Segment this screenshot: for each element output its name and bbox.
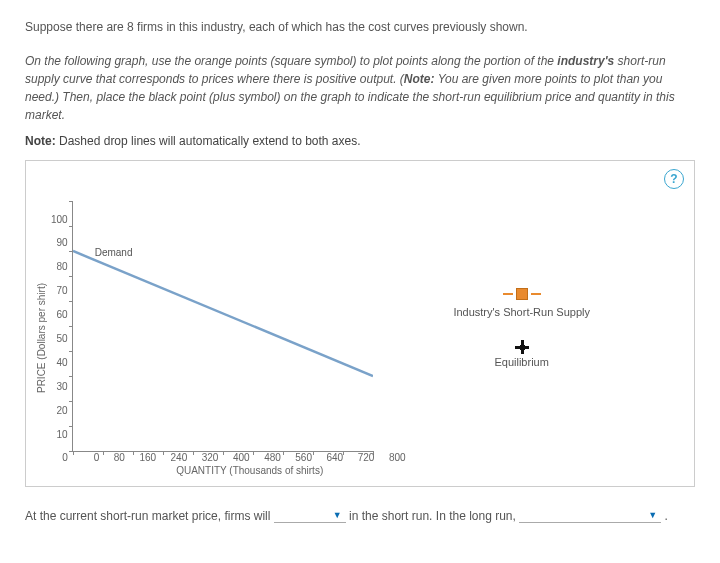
dropdown-long-run[interactable]: ▼ xyxy=(519,510,661,523)
x-tick: 240 xyxy=(171,452,188,463)
help-icon[interactable]: ? xyxy=(664,169,684,189)
y-tick: 40 xyxy=(57,357,68,368)
legend-equilibrium[interactable]: Equilibrium xyxy=(442,340,602,368)
legend-equilibrium-label: Equilibrium xyxy=(494,356,548,368)
legend-supply[interactable]: Industry's Short-Run Supply xyxy=(442,288,602,318)
chevron-down-icon: ▼ xyxy=(333,510,342,520)
y-tick: 100 xyxy=(51,214,68,225)
x-ticks: 080160240320400480560640720800 xyxy=(94,452,406,463)
plus-icon xyxy=(515,340,529,354)
x-tick: 720 xyxy=(358,452,375,463)
x-tick: 160 xyxy=(139,452,156,463)
y-axis-label: PRICE (Dollars per shirt) xyxy=(36,283,47,393)
note-body: Dashed drop lines will automatically ext… xyxy=(56,134,361,148)
instructions-text: On the following graph, use the orange p… xyxy=(25,52,695,124)
graph-container: ? PRICE (Dollars per shirt) 100908070605… xyxy=(25,160,695,487)
y-tick: 60 xyxy=(57,309,68,320)
x-tick: 0 xyxy=(94,452,100,463)
plot-area[interactable]: Demand xyxy=(72,201,373,452)
demand-line xyxy=(73,251,373,376)
question-row: At the current short-run market price, f… xyxy=(25,509,695,523)
plot-row: PRICE (Dollars per shirt) 10090807060504… xyxy=(36,201,684,476)
legend-supply-label: Industry's Short-Run Supply xyxy=(453,306,590,318)
question-part3: . xyxy=(665,509,668,523)
x-tick: 480 xyxy=(264,452,281,463)
dropdown-short-run[interactable]: ▼ xyxy=(274,510,346,523)
graph-legend: Industry's Short-Run Supply Equilibrium xyxy=(412,288,602,390)
y-tick: 90 xyxy=(57,237,68,248)
y-tick: 30 xyxy=(57,381,68,392)
x-tick: 320 xyxy=(202,452,219,463)
x-tick: 400 xyxy=(233,452,250,463)
y-tick: 10 xyxy=(57,429,68,440)
note-text: Note: Dashed drop lines will automatical… xyxy=(25,134,695,148)
y-tick: 20 xyxy=(57,405,68,416)
intro-text: Suppose there are 8 firms in this indust… xyxy=(25,20,695,34)
question-part2: in the short run. In the long run, xyxy=(349,509,519,523)
y-tick: 70 xyxy=(57,285,68,296)
chevron-down-icon: ▼ xyxy=(648,510,657,520)
note-prefix: Note: xyxy=(25,134,56,148)
y-tick: 80 xyxy=(57,261,68,272)
x-tick: 560 xyxy=(295,452,312,463)
square-icon xyxy=(516,288,528,300)
x-axis-label: QUANTITY (Thousands of shirts) xyxy=(100,465,400,476)
x-tick: 80 xyxy=(114,452,125,463)
x-tick: 800 xyxy=(389,452,406,463)
y-tick: 50 xyxy=(57,333,68,344)
question-part1: At the current short-run market price, f… xyxy=(25,509,274,523)
x-tick: 640 xyxy=(327,452,344,463)
y-tick: 0 xyxy=(62,452,68,463)
